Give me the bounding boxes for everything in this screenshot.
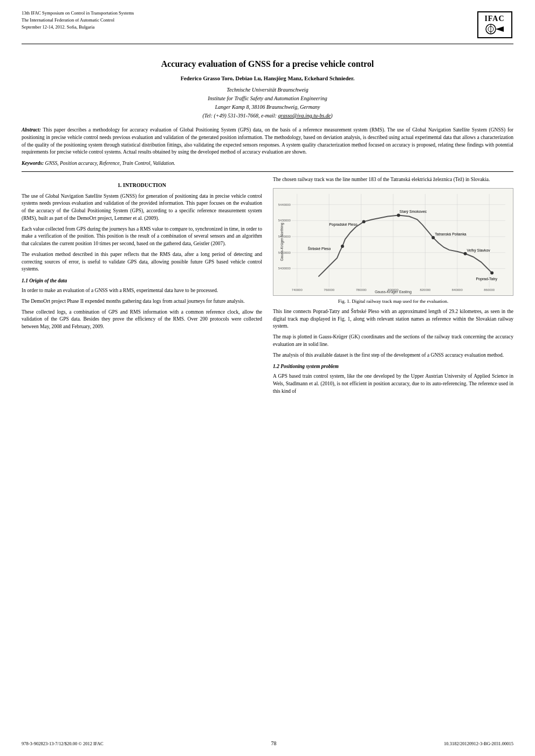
svg-text:5420000: 5420000 (278, 235, 291, 238)
subsection1-para1: In order to make an evaluation of a GNSS… (22, 287, 262, 295)
header-line2: The International Federation of Automati… (22, 17, 134, 24)
svg-text:840000: 840000 (452, 288, 463, 292)
footer-doi: 10.3182/20120912-3-BG-2031.00015 (444, 741, 513, 746)
affiliation-4-text: (Tel: (+49) 531-391-7668, e-mail: (202, 113, 278, 119)
intro-heading: 1. INTRODUCTION (22, 182, 262, 190)
svg-point-18 (397, 213, 400, 217)
svg-text:5410000: 5410000 (278, 251, 291, 254)
svg-text:860000: 860000 (484, 288, 495, 292)
svg-text:5400000: 5400000 (278, 267, 291, 270)
svg-point-22 (431, 236, 435, 239)
abstract-label: Abstract: (22, 127, 41, 133)
abstract-section: Abstract: This paper describes a methodo… (22, 127, 513, 156)
svg-text:Štrbské Pleso: Štrbské Pleso (308, 246, 331, 251)
svg-point-24 (341, 245, 344, 248)
keywords-label: Keywords: (22, 161, 44, 166)
right-para4: The analysis of this available dataset i… (273, 352, 513, 359)
svg-point-26 (464, 252, 467, 255)
email-link[interactable]: grasso@iva.ing.tu-bs.de (278, 113, 331, 119)
title-section: Accuracy evaluation of GNSS for a precis… (22, 59, 513, 120)
affiliation: Technische Universität Braunschweig Inst… (22, 86, 513, 120)
subsection1-para3: These collected logs, a combination of G… (22, 309, 262, 331)
svg-text:Veľký Slavkov: Veľký Slavkov (467, 248, 491, 253)
main-content: Accuracy evaluation of GNSS for a precis… (0, 44, 535, 399)
svg-point-20 (362, 220, 366, 223)
paper-title: Accuracy evaluation of GNSS for a precis… (22, 59, 513, 69)
footer: 978-3-902823-13-7/12/$20.00 © 2012 IFAC … (22, 740, 513, 746)
svg-point-28 (490, 271, 493, 274)
authors: Federico Grasso Toro, Debiao Lu, Hansjör… (22, 75, 513, 81)
svg-text:760000: 760000 (324, 288, 335, 292)
right-para2: This line connects Poprad-Tatry and Štrb… (273, 308, 513, 330)
ifac-logo-container: IFAC (476, 10, 513, 39)
svg-text:780000: 780000 (356, 288, 367, 292)
ifac-logo: IFAC (477, 11, 512, 38)
svg-text:Tatranská Polianka: Tatranská Polianka (435, 232, 467, 236)
intro-para1: The use of Global Navigation Satellite S… (22, 193, 262, 223)
two-column-layout: 1. INTRODUCTION The use of Global Naviga… (22, 176, 513, 398)
right-para1: The chosen railway track was the line nu… (273, 176, 513, 184)
svg-text:Popradské Pleso: Popradské Pleso (329, 223, 357, 227)
subsection1-para2: The DemoOrt project Phase II expended mo… (22, 298, 262, 306)
footer-isbn: 978-3-902823-13-7/12/$20.00 © 2012 IFAC (22, 741, 104, 746)
left-column: 1. INTRODUCTION The use of Global Naviga… (22, 176, 262, 398)
affiliation-1: Technische Universität Braunschweig (22, 86, 513, 94)
svg-text:740000: 740000 (292, 288, 303, 292)
svg-text:Poprad-Tatry: Poprad-Tatry (476, 277, 497, 281)
svg-text:820000: 820000 (420, 288, 431, 292)
svg-text:5440000: 5440000 (278, 203, 291, 206)
keywords-text: GNSS, Position accuracy, Reference, Trai… (45, 161, 175, 166)
header: 13th IFAC Symposium on Control in Transp… (0, 0, 535, 44)
affiliation-2: Institute for Traffic Safety and Automat… (22, 94, 513, 103)
page: 13th IFAC Symposium on Control in Transp… (0, 0, 535, 756)
svg-text:Gauss-Krüger Northing: Gauss-Krüger Northing (280, 223, 284, 261)
svg-text:800000: 800000 (388, 288, 399, 292)
right-para3: The map is plotted in Gauss-Krüger (GK) … (273, 334, 513, 349)
abstract-text: This paper describes a methodology for a… (22, 127, 513, 155)
header-line1: 13th IFAC Symposium on Control in Transp… (22, 10, 134, 17)
subsection2-para1: A GPS based train control system, like t… (273, 373, 513, 395)
intro-para2: Each value collected from GPS during the… (22, 226, 262, 248)
subsection1-heading: 1.1 Origin of the data (22, 278, 262, 285)
section-divider-1 (22, 171, 513, 172)
map-figure: Gauss-Krüger Northing Gauss-Krüger Easti… (273, 188, 513, 296)
affiliation-4-close: ) (331, 113, 332, 119)
footer-page: 78 (271, 740, 276, 746)
fig-caption: Fig. 1. Digital railway track map used f… (273, 298, 513, 305)
right-column: The chosen railway track was the line nu… (273, 176, 513, 398)
header-line3: September 12-14, 2012. Sofia, Bulgaria (22, 24, 134, 31)
affiliation-4: (Tel: (+49) 531-391-7668, e-mail: grasso… (22, 112, 513, 120)
header-text: 13th IFAC Symposium on Control in Transp… (22, 10, 134, 30)
railway-map-svg: Gauss-Krüger Northing Gauss-Krüger Easti… (273, 189, 513, 295)
affiliation-3: Langer Kamp 8, 38106 Braunschweig, Germa… (22, 103, 513, 112)
ifac-logo-icon (481, 23, 508, 35)
subsection2-heading: 1.2 Positioning system problem (273, 363, 513, 371)
keywords-section: Keywords: GNSS, Position accuracy, Refer… (22, 161, 513, 166)
ifac-logo-text: IFAC (484, 15, 504, 23)
svg-text:5430000: 5430000 (278, 219, 291, 222)
intro-para3: The evaluation method described in this … (22, 251, 262, 273)
svg-text:Starý Smokovec: Starý Smokovec (400, 209, 427, 213)
